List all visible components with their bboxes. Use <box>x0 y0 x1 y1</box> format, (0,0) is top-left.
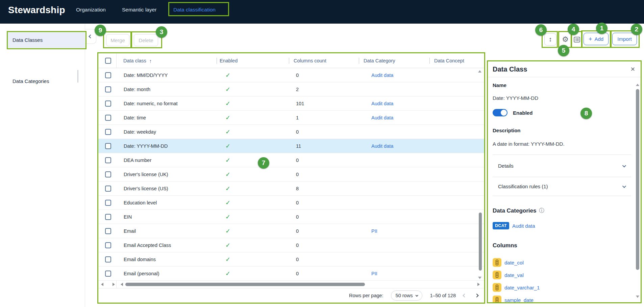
nav-item-data-classification[interactable]: Data classification <box>173 0 216 20</box>
columns-count-cell: 0 <box>289 167 359 181</box>
row-checkbox[interactable] <box>105 129 111 135</box>
data-concept-cell <box>430 82 484 96</box>
rows-per-page-select[interactable]: 50 rows <box>391 290 423 301</box>
data-category-link[interactable]: PII <box>371 271 377 276</box>
table-scroll-left-arrow[interactable] <box>121 283 123 286</box>
row-checkbox[interactable] <box>105 186 111 192</box>
row-checkbox[interactable] <box>105 228 111 234</box>
column-header-data-concept[interactable]: Data Concept <box>434 53 464 68</box>
table-row[interactable]: Email domains✓0 <box>98 252 484 267</box>
table-vertical-scrollbar-thumb[interactable] <box>479 213 482 271</box>
data-category-link[interactable]: Audit data <box>371 115 393 120</box>
table-body: Date: MM/DD/YYYY✓0Audit dataDate: month✓… <box>98 68 484 281</box>
table-horizontal-scrollbar-thumb[interactable] <box>125 283 365 286</box>
column-header-enabled[interactable]: Enabled <box>220 53 238 68</box>
brand-logo[interactable]: Stewardship <box>8 0 65 20</box>
row-checkbox[interactable] <box>105 86 111 92</box>
category-link[interactable]: Audit data <box>512 223 535 229</box>
next-page-button[interactable] <box>475 294 478 297</box>
pinned-scroll-left-arrow[interactable] <box>101 283 103 286</box>
sidebar-item-data-categories[interactable]: Data Categories <box>8 75 85 87</box>
data-class-name: Driver's license (US) <box>117 182 217 195</box>
enabled-toggle-row: Enabled <box>493 109 532 116</box>
panel-section-classification-rules-1[interactable]: Classification rules (1) <box>493 177 631 196</box>
table-row[interactable]: Education level✓0 <box>98 196 484 210</box>
data-category-cell: PII <box>359 267 430 280</box>
table-row[interactable]: EIN✓0 <box>98 210 484 224</box>
data-category-link[interactable]: Audit data <box>371 101 393 106</box>
panel-scroll-down-arrow[interactable] <box>636 296 639 298</box>
sidebar-collapse-button[interactable] <box>85 29 96 44</box>
enabled-cell: ✓ <box>217 125 289 139</box>
table-row[interactable]: Driver's license (US)✓8 <box>98 182 484 196</box>
pinned-scroll-right-arrow[interactable] <box>113 283 115 286</box>
name-label: Name <box>493 82 506 88</box>
table-scroll-down-arrow[interactable] <box>478 277 481 279</box>
merge-button[interactable]: Merge <box>106 34 129 46</box>
data-category-link[interactable]: Audit data <box>371 143 393 149</box>
column-icon <box>493 271 501 279</box>
panel-scroll-up-arrow[interactable] <box>636 84 639 86</box>
settings-button[interactable]: ⚙ <box>560 33 571 46</box>
resize-rows-button[interactable]: ↕ <box>544 33 556 46</box>
row-checkbox-cell <box>98 267 117 280</box>
info-icon[interactable]: ⓘ <box>539 207 544 214</box>
table-row[interactable]: Driver's license (UK)✓0 <box>98 167 484 182</box>
row-checkbox[interactable] <box>105 72 111 78</box>
column-settings-button[interactable] <box>572 33 582 46</box>
previous-page-button[interactable] <box>463 294 466 297</box>
check-icon: ✓ <box>225 171 230 178</box>
column-link[interactable]: date_col <box>504 260 524 266</box>
table-row[interactable]: Email✓0PII <box>98 224 484 238</box>
column-header-data-class[interactable]: Data class ↑ <box>123 53 152 68</box>
add-button[interactable]: + Add <box>584 33 609 45</box>
table-row[interactable]: Date: month✓2 <box>98 82 484 96</box>
row-checkbox[interactable] <box>105 200 111 206</box>
data-class-details-panel: Data Class ✕ Name Date: YYYY-MM-DD Enabl… <box>488 61 641 302</box>
row-checkbox[interactable] <box>105 271 111 277</box>
row-checkbox[interactable] <box>105 101 111 107</box>
panel-scrollbar-thumb[interactable] <box>636 89 639 270</box>
column-link[interactable]: date_varchar_1 <box>504 285 540 290</box>
column-link[interactable]: sample_date <box>504 297 534 303</box>
table-scroll-right-arrow[interactable] <box>477 283 480 286</box>
columns-count-cell: 8 <box>289 182 359 195</box>
row-checkbox[interactable] <box>105 256 111 262</box>
row-checkbox[interactable] <box>105 115 111 121</box>
enabled-toggle[interactable] <box>493 109 507 116</box>
data-class-name: EIN <box>117 210 217 224</box>
row-checkbox[interactable] <box>105 143 111 149</box>
table-scroll-up-arrow[interactable] <box>478 70 481 73</box>
table-row[interactable]: Email (personal)✓0PII <box>98 267 484 281</box>
nav-item-organization[interactable]: Organization <box>76 0 106 20</box>
table-row[interactable]: Date: numeric, no format✓101Audit data <box>98 96 484 111</box>
sidebar-item-data-classes[interactable]: Data Classes <box>8 32 85 48</box>
resize-vertical-icon: ↕ <box>549 36 552 43</box>
columns-heading: Columns <box>493 242 517 249</box>
column-link[interactable]: date_val <box>504 272 524 278</box>
data-category-cell: Audit data <box>359 139 430 153</box>
column-header-data-category[interactable]: Data Category <box>364 53 395 68</box>
delete-button[interactable]: Delete <box>134 34 158 46</box>
nav-item-semantic-layer[interactable]: Semantic layer <box>122 0 157 20</box>
row-checkbox[interactable] <box>105 171 111 177</box>
row-checkbox[interactable] <box>105 214 111 220</box>
row-checkbox[interactable] <box>105 157 111 163</box>
table-row[interactable]: Date: YYYY-MM-DD✓11Audit data <box>98 139 484 153</box>
table-row[interactable]: DEA number✓0 <box>98 153 484 167</box>
close-icon[interactable]: ✕ <box>630 66 635 73</box>
row-checkbox[interactable] <box>105 242 111 248</box>
data-category-link[interactable]: PII <box>371 228 377 234</box>
select-all-checkbox[interactable] <box>105 58 111 64</box>
table-row[interactable]: Email Accepted Class✓0 <box>98 238 484 252</box>
data-category-link[interactable]: Audit data <box>371 73 393 78</box>
data-category-cell <box>359 125 430 139</box>
sidebar-scrollbar-thumb[interactable] <box>77 70 78 83</box>
dcat-badge: DCAT <box>493 222 509 229</box>
table-row[interactable]: Date: time✓1Audit data <box>98 111 484 125</box>
table-row[interactable]: Date: weekday✓0 <box>98 125 484 139</box>
import-button[interactable]: Import <box>612 33 637 45</box>
column-header-columns-count[interactable]: Columns count <box>294 53 326 68</box>
table-row[interactable]: Date: MM/DD/YYYY✓0Audit data <box>98 68 484 82</box>
panel-section-details[interactable]: Details <box>493 155 631 177</box>
